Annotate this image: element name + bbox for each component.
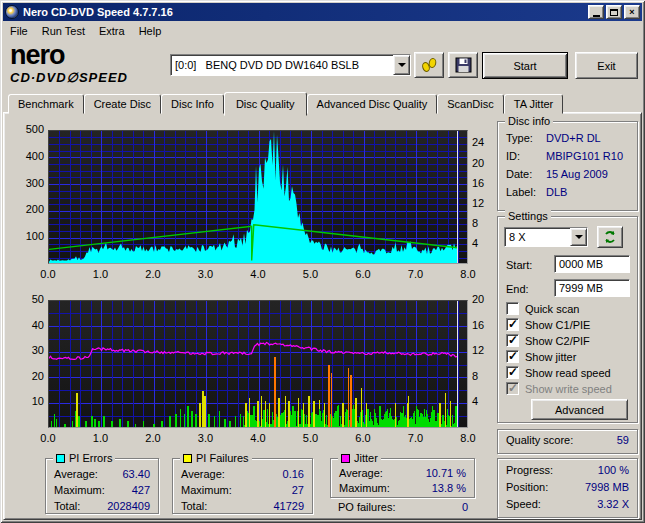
disc-label-value: DLB bbox=[546, 186, 567, 198]
nero-logo: nero bbox=[10, 44, 65, 66]
show-read-speed-checkbox[interactable]: Show read speed bbox=[506, 366, 611, 379]
pif-total-value: 41729 bbox=[273, 500, 304, 512]
position-value: 7998 MB bbox=[585, 481, 629, 493]
advanced-button[interactable]: Advanced bbox=[531, 399, 628, 420]
checkbox[interactable] bbox=[506, 302, 519, 315]
app-window: Nero CD-DVD Speed 4.7.7.16 × File Run Te… bbox=[0, 0, 645, 523]
checkbox[interactable] bbox=[506, 318, 519, 331]
pie-average-value: 63.40 bbox=[122, 468, 150, 480]
close-button[interactable]: × bbox=[624, 5, 640, 19]
start-position-value: 0000 MB bbox=[559, 258, 603, 270]
speed-select[interactable]: 8 X bbox=[504, 227, 588, 247]
pi-failures-title-text: PI Failures bbox=[196, 452, 249, 464]
show-c1-pie-label: Show C1/PIE bbox=[525, 319, 590, 331]
footprints-icon bbox=[420, 57, 438, 73]
tab-ta-jitter[interactable]: TA Jitter bbox=[504, 94, 564, 114]
po-failures-row: PO failures: 0 bbox=[338, 501, 468, 513]
jitter-maximum-label: Maximum: bbox=[339, 482, 390, 494]
save-icon bbox=[455, 57, 472, 73]
jitter-title-text: Jitter bbox=[354, 452, 378, 464]
drive-select-value: [0:0] BENQ DVD DD DW1640 BSLB bbox=[171, 59, 393, 71]
start-position-label: Start: bbox=[506, 259, 532, 271]
pie-maximum-value: 427 bbox=[132, 484, 150, 496]
pi-failures-legend-swatch bbox=[183, 454, 192, 463]
drive-select[interactable]: [0:0] BENQ DVD DD DW1640 BSLB bbox=[170, 54, 411, 76]
disc-date-label: Date: bbox=[506, 168, 532, 180]
tab-scandisc[interactable]: ScanDisc bbox=[437, 94, 503, 114]
settings-title: Settings bbox=[505, 210, 551, 222]
pif-average-label: Average: bbox=[181, 468, 225, 480]
checkbox[interactable] bbox=[506, 350, 519, 363]
speed-select-value: 8 X bbox=[505, 231, 570, 243]
speed-select-arrow[interactable] bbox=[570, 228, 587, 246]
show-c2-pif-checkbox[interactable]: Show C2/PIF bbox=[506, 334, 590, 347]
disc-type-label: Type: bbox=[506, 132, 533, 144]
checkbox[interactable] bbox=[506, 366, 519, 379]
wizard-button[interactable] bbox=[414, 52, 444, 78]
pif-maximum-value: 27 bbox=[292, 484, 304, 496]
end-position-label: End: bbox=[506, 283, 529, 295]
maximize-button[interactable] bbox=[606, 5, 622, 19]
save-button[interactable] bbox=[448, 52, 478, 78]
start-button[interactable]: Start bbox=[482, 52, 568, 79]
jitter-maximum-value: 13.8 % bbox=[432, 482, 466, 494]
po-failures-label: PO failures: bbox=[338, 501, 395, 513]
exit-button[interactable]: Exit bbox=[575, 52, 638, 79]
settings-group: Settings 8 X Start: 0000 MB End: 7999 MB… bbox=[497, 216, 638, 423]
minimize-button[interactable] bbox=[588, 5, 604, 19]
jitter-average-label: Average: bbox=[339, 467, 383, 479]
pif-average-value: 0.16 bbox=[283, 468, 304, 480]
progress-label: Progress: bbox=[506, 464, 553, 476]
show-jitter-label: Show jitter bbox=[525, 351, 576, 363]
show-write-speed-label: Show write speed bbox=[525, 383, 612, 395]
pi-errors-group: PI Errors Average:63.40 Maximum:427 Tota… bbox=[45, 458, 159, 514]
show-jitter-checkbox[interactable]: Show jitter bbox=[506, 350, 576, 363]
show-c1-pie-checkbox[interactable]: Show C1/PIE bbox=[506, 318, 590, 331]
end-position-value: 7999 MB bbox=[559, 282, 603, 294]
menu-extra[interactable]: Extra bbox=[92, 23, 132, 39]
jitter-group: Jitter Average:10.71 % Maximum:13.8 % bbox=[330, 458, 475, 498]
disc-label-label: Label: bbox=[506, 186, 536, 198]
minimize-icon bbox=[593, 15, 600, 17]
start-position-field[interactable]: 0000 MB bbox=[554, 255, 630, 273]
chevron-down-icon bbox=[398, 63, 406, 67]
refresh-icon bbox=[603, 230, 617, 244]
tab-disc-quality[interactable]: Disc Quality bbox=[224, 92, 307, 116]
disc-date-value: 15 Aug 2009 bbox=[546, 168, 608, 180]
pi-failures-title: PI Failures bbox=[180, 452, 252, 464]
jitter-legend-swatch bbox=[341, 454, 350, 463]
disc-id-value: MBIPG101 R10 bbox=[546, 150, 623, 162]
logo-speed: SPEED bbox=[79, 70, 128, 85]
tab-advanced-disc-quality[interactable]: Advanced Disc Quality bbox=[307, 94, 438, 114]
quick-scan-label: Quick scan bbox=[525, 303, 579, 315]
drive-select-arrow[interactable] bbox=[393, 55, 410, 75]
checkbox[interactable] bbox=[506, 334, 519, 347]
close-icon: × bbox=[629, 8, 634, 17]
speed-label: Speed: bbox=[506, 498, 541, 510]
tab-disc-info[interactable]: Disc Info bbox=[161, 94, 224, 114]
disc-info-title: Disc info bbox=[505, 115, 553, 127]
pi-errors-title-text: PI Errors bbox=[69, 452, 112, 464]
menu-file[interactable]: File bbox=[3, 23, 35, 39]
cd-dvd-speed-logo: CD·DVD∅SPEED bbox=[10, 70, 128, 85]
pie-average-label: Average: bbox=[54, 468, 98, 480]
disc-type-value: DVD+R DL bbox=[546, 132, 601, 144]
tab-strip: Benchmark Create Disc Disc Info Disc Qua… bbox=[8, 90, 638, 114]
end-position-field[interactable]: 7999 MB bbox=[554, 279, 630, 297]
refresh-button[interactable] bbox=[597, 226, 623, 248]
show-write-speed-checkbox: Show write speed bbox=[506, 382, 612, 395]
disc-glyph: ∅ bbox=[67, 70, 79, 85]
menu-help[interactable]: Help bbox=[132, 23, 169, 39]
progress-value: 100 % bbox=[598, 464, 629, 476]
app-icon bbox=[5, 5, 19, 19]
pie-total-label: Total: bbox=[54, 500, 80, 512]
quality-score-box: Quality score: 59 bbox=[497, 429, 638, 454]
jitter-average-value: 10.71 % bbox=[426, 467, 466, 479]
quick-scan-checkbox[interactable]: Quick scan bbox=[506, 302, 579, 315]
titlebar: Nero CD-DVD Speed 4.7.7.16 × bbox=[3, 3, 642, 21]
tab-benchmark[interactable]: Benchmark bbox=[8, 94, 84, 114]
pi-failures-jitter-chart bbox=[48, 300, 468, 428]
jitter-title: Jitter bbox=[338, 452, 381, 464]
menu-run-test[interactable]: Run Test bbox=[35, 23, 92, 39]
tab-create-disc[interactable]: Create Disc bbox=[84, 94, 161, 114]
